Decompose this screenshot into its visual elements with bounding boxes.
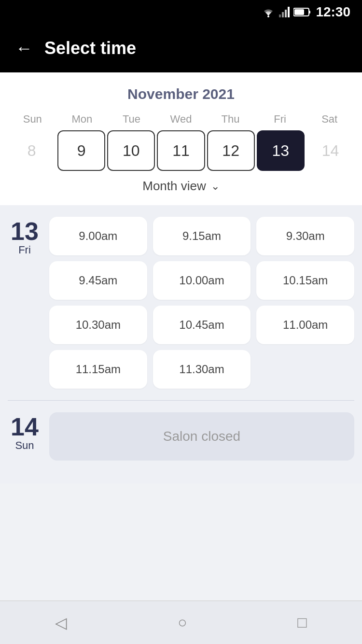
day-cell-13[interactable]: 13: [257, 130, 305, 171]
salon-closed-label: Salon closed: [163, 429, 240, 444]
time-slots-section: 13 Fri 9.00am 9.15am 9.30am 9.45am 10.00…: [0, 205, 362, 484]
day-cell-14[interactable]: 14: [306, 130, 354, 171]
nav-back-button[interactable]: ◁: [55, 614, 67, 632]
svg-point-0: [267, 15, 269, 17]
svg-rect-4: [288, 7, 290, 17]
day-separator: [8, 400, 354, 401]
time-slot-900am[interactable]: 9.00am: [49, 217, 147, 255]
weekday-tue: Tue: [107, 113, 156, 126]
time-slot-1130am[interactable]: 11.30am: [153, 350, 251, 389]
weekday-sun: Sun: [8, 113, 57, 126]
weekday-thu: Thu: [206, 113, 255, 126]
time-slot-1000am[interactable]: 10.00am: [153, 261, 251, 300]
svg-rect-1: [279, 14, 281, 17]
weekday-fri: Fri: [255, 113, 305, 126]
day-cell-11[interactable]: 11: [157, 130, 205, 171]
day-name-13: Fri: [18, 244, 31, 256]
day-label-13: 13 Fri: [8, 217, 42, 389]
slots-grid-13: 9.00am 9.15am 9.30am 9.45am 10.00am 10.1…: [49, 217, 354, 389]
calendar-section: November 2021 Sun Mon Tue Wed Thu Fri Sa…: [0, 72, 362, 205]
nav-recents-button[interactable]: □: [297, 614, 306, 631]
time-slot-1045am[interactable]: 10.45am: [153, 306, 251, 344]
time-slot-1100am[interactable]: 11.00am: [256, 306, 354, 344]
day-number-14: 14: [11, 414, 39, 439]
month-view-toggle[interactable]: Month view ⌄: [8, 171, 354, 197]
wifi-icon: [262, 7, 275, 17]
time-slot-1115am[interactable]: 11.15am: [49, 350, 147, 389]
svg-rect-7: [294, 9, 304, 15]
svg-rect-2: [282, 12, 284, 17]
status-bar: 12:30: [0, 0, 362, 24]
svg-rect-6: [309, 11, 310, 14]
bottom-nav: ◁ ○ □: [0, 601, 362, 644]
chevron-down-icon: ⌄: [211, 180, 220, 193]
day-cell-10[interactable]: 10: [107, 130, 155, 171]
calendar-month-year: November 2021: [8, 86, 354, 102]
day-block-14: 14 Sun Salon closed: [8, 412, 354, 461]
battery-icon: [293, 7, 311, 17]
day-block-13: 13 Fri 9.00am 9.15am 9.30am 9.45am 10.00…: [8, 217, 354, 389]
svg-rect-3: [285, 10, 287, 17]
day-number-13: 13: [11, 219, 39, 244]
time-slot-915am[interactable]: 9.15am: [153, 217, 251, 255]
time-slot-930am[interactable]: 9.30am: [256, 217, 354, 255]
weekday-wed: Wed: [156, 113, 206, 126]
day-name-14: Sun: [15, 439, 34, 452]
time-slot-1030am[interactable]: 10.30am: [49, 306, 147, 344]
day-cell-9[interactable]: 9: [57, 130, 105, 171]
calendar-weekdays: Sun Mon Tue Wed Thu Fri Sat: [8, 113, 354, 126]
weekday-sat: Sat: [305, 113, 354, 126]
month-view-label: Month view: [142, 179, 206, 194]
day-cell-12[interactable]: 12: [207, 130, 255, 171]
salon-closed-banner: Salon closed: [49, 412, 354, 461]
signal-icon: [279, 7, 290, 17]
day-cell-8[interactable]: 8: [8, 130, 56, 171]
time-slot-1015am[interactable]: 10.15am: [256, 261, 354, 300]
weekday-mon: Mon: [57, 113, 107, 126]
calendar-days-row: 8 9 10 11 12 13 14: [8, 130, 354, 171]
nav-home-button[interactable]: ○: [178, 614, 187, 631]
status-icons: [262, 7, 311, 17]
status-time: 12:30: [316, 4, 350, 20]
day-label-14: 14 Sun: [8, 412, 42, 461]
page-title: Select time: [44, 38, 136, 58]
back-button[interactable]: ←: [15, 38, 33, 58]
time-slot-945am[interactable]: 9.45am: [49, 261, 147, 300]
header: ← Select time: [0, 24, 362, 72]
